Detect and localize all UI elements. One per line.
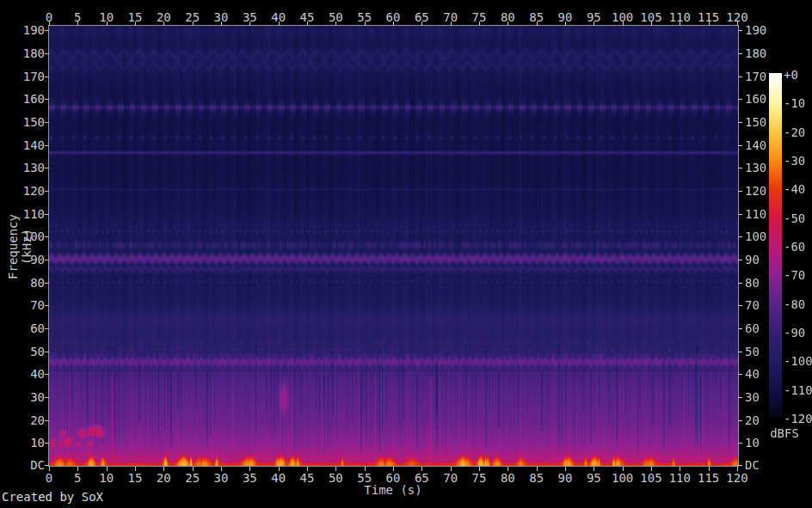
- y-axis-tick-label-right: 20: [745, 414, 779, 426]
- x-axis-tick-label-top: 120: [720, 11, 754, 23]
- y-axis-tick-right: [738, 191, 742, 192]
- created-by-sox-text: Created by SoX: [2, 490, 103, 504]
- y-axis-tick-label-left: 70: [10, 299, 45, 311]
- y-axis-tick-left: [45, 374, 49, 375]
- colorbar-tick-label: -10: [784, 97, 812, 109]
- y-axis-tick-right: [738, 77, 742, 77]
- colorbar-tick-label: -30: [784, 155, 812, 167]
- y-axis-tick-left: [45, 397, 49, 398]
- y-axis-tick-right: [738, 305, 742, 306]
- y-axis-tick-label-left: 10: [10, 437, 45, 449]
- y-axis-tick-right: [738, 30, 742, 31]
- y-axis-tick-right: [738, 328, 742, 329]
- colorbar-tick-label: -110: [784, 384, 812, 396]
- y-axis-tick-label-left: 130: [10, 162, 45, 174]
- y-axis-tick-label-right: 140: [745, 139, 779, 151]
- colorbar-tick-label: -80: [784, 298, 812, 310]
- colorbar-tick-label: -90: [784, 327, 812, 339]
- y-axis-tick-label-right: 70: [745, 299, 779, 311]
- y-axis-tick-left: [45, 352, 49, 352]
- y-axis-tick-label-right: 30: [745, 391, 779, 403]
- y-axis-tick-label-left: DC: [10, 459, 45, 471]
- y-axis-tick-label-left: 90: [10, 254, 45, 266]
- y-axis-tick-right: [738, 260, 742, 260]
- y-axis-tick-label-left: 20: [10, 414, 45, 426]
- colorbar-tick-label: -100: [784, 355, 812, 367]
- y-axis-tick-left: [45, 236, 49, 237]
- y-axis-tick-right: [738, 465, 742, 466]
- y-axis-tick-label-left: 120: [10, 185, 45, 197]
- y-axis-tick-left: [45, 30, 49, 31]
- y-axis-tick-left: [45, 214, 49, 215]
- x-axis-title: Time (s): [341, 483, 445, 497]
- y-axis-tick-right: [738, 236, 742, 237]
- y-axis-tick-left: [45, 465, 49, 466]
- spectrogram-heatmap: [49, 26, 738, 466]
- colorbar-tick-label: -60: [784, 241, 812, 253]
- y-axis-tick-left: [45, 260, 49, 260]
- y-axis-tick-label-left: 40: [10, 368, 45, 380]
- y-axis-tick-right: [738, 168, 742, 168]
- y-axis-tick-right: [738, 443, 742, 444]
- y-axis-tick-label-left: 170: [10, 70, 45, 83]
- colorbar-tick-label: -70: [784, 269, 812, 281]
- y-axis-tick-label-left: 150: [10, 116, 45, 128]
- y-axis-tick-label-right: 100: [745, 230, 779, 242]
- y-axis-tick-label-right: 180: [745, 47, 779, 59]
- colorbar-tick-label: -50: [784, 212, 812, 224]
- y-axis-tick-right: [738, 145, 742, 146]
- y-axis-tick-label-left: 140: [10, 139, 45, 151]
- x-axis-tick-label-bottom: 120: [720, 472, 754, 484]
- y-axis-tick-right: [738, 374, 742, 375]
- y-axis-tick-right: [738, 99, 742, 100]
- y-axis-tick-label-right: 190: [745, 24, 779, 36]
- y-axis-tick-left: [45, 168, 49, 168]
- y-axis-tick-label-left: 190: [10, 24, 45, 36]
- y-axis-tick-left: [45, 443, 49, 444]
- y-axis-tick-left: [45, 122, 49, 123]
- colorbar-tick-label: -120: [784, 413, 812, 425]
- y-axis-tick-label-left: 80: [10, 277, 45, 289]
- y-axis-tick-label-right: 90: [745, 254, 779, 266]
- y-axis-tick-label-left: 50: [10, 346, 45, 358]
- y-axis-tick-right: [738, 53, 742, 54]
- y-axis-tick-left: [45, 420, 49, 421]
- y-axis-tick-label-right: 50: [745, 346, 779, 358]
- y-axis-tick-left: [45, 328, 49, 329]
- colorbar-title: dBFS: [766, 426, 803, 440]
- y-axis-tick-label-left: 100: [10, 230, 45, 242]
- y-axis-tick-label-right: 150: [745, 116, 779, 128]
- y-axis-tick-label-left: 180: [10, 47, 45, 59]
- y-axis-tick-right: [738, 122, 742, 123]
- y-axis-tick-label-right: 60: [745, 322, 779, 334]
- y-axis-tick-label-right: 120: [745, 185, 779, 197]
- y-axis-tick-right: [738, 214, 742, 215]
- y-axis-tick-label-left: 160: [10, 93, 45, 105]
- y-axis-tick-left: [45, 283, 49, 284]
- y-axis-tick-right: [738, 420, 742, 421]
- y-axis-tick-label-right: 110: [745, 208, 779, 220]
- colorbar-tick-label: -20: [784, 126, 812, 138]
- y-axis-tick-label-right: 170: [745, 70, 779, 83]
- y-axis-tick-right: [738, 283, 742, 284]
- y-axis-tick-left: [45, 77, 49, 77]
- colorbar-tick-label: -40: [784, 183, 812, 195]
- y-axis-tick-label-right: DC: [745, 459, 779, 471]
- y-axis-tick-left: [45, 53, 49, 54]
- y-axis-tick-left: [45, 145, 49, 146]
- sox-spectrogram-window: Frequency (kHz) 005510101515202025253030…: [0, 0, 812, 508]
- y-axis-tick-label-right: 80: [745, 277, 779, 289]
- colorbar-tick-label: +0: [784, 69, 812, 81]
- y-axis-tick-label-left: 60: [10, 322, 45, 334]
- y-axis-tick-right: [738, 397, 742, 398]
- y-axis-tick-label-right: 130: [745, 162, 779, 174]
- y-axis-tick-label-right: 160: [745, 93, 779, 105]
- y-axis-tick-label-left: 110: [10, 208, 45, 220]
- y-axis-tick-label-right: 40: [745, 368, 779, 380]
- y-axis-tick-left: [45, 191, 49, 192]
- y-axis-tick-right: [738, 352, 742, 352]
- y-axis-tick-label-left: 30: [10, 391, 45, 403]
- y-axis-tick-left: [45, 99, 49, 100]
- y-axis-tick-left: [45, 305, 49, 306]
